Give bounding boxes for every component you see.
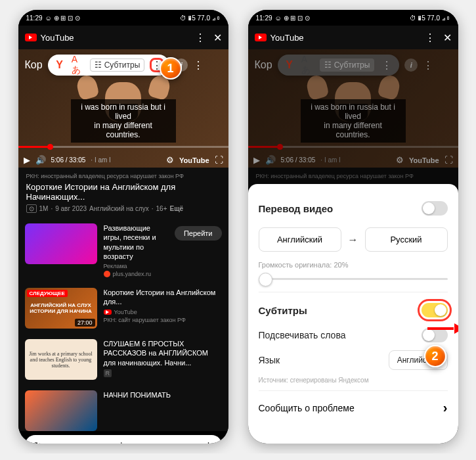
play-icon[interactable]: ▶ xyxy=(253,155,260,165)
subtitles-button[interactable]: ☷Субтитры xyxy=(90,58,145,72)
player-more-icon[interactable]: ⋮ xyxy=(193,59,204,72)
feed-thumbnail: АНГЛИЙСКИЙ НА СЛУХ ИСТОРИИ ДЛЯ НАЧИНАСЛЕ… xyxy=(25,288,97,329)
rkn-warning: РКН: иностранный владелец ресурса наруша… xyxy=(256,173,450,179)
feed-goto-button[interactable]: Перейти xyxy=(175,226,222,241)
status-time: 11:29 xyxy=(256,14,272,22)
play-icon[interactable]: ▶ xyxy=(24,155,30,165)
chevron-right-icon: › xyxy=(443,400,448,415)
feed-ad-label: Реклама xyxy=(104,263,168,269)
rutube-icon: R xyxy=(104,369,112,377)
yandex-y-icon[interactable]: Y xyxy=(53,58,66,72)
video-subtitle-overlay: i was born in russia but i lived in many… xyxy=(71,99,176,143)
header-more-icon[interactable]: ⋮ xyxy=(425,32,435,44)
lang-from-select[interactable]: Английский xyxy=(259,227,341,252)
youtube-watermark[interactable]: YouTube xyxy=(179,156,209,164)
subtitle-source-note: Источник: сгенерированы Яндексом xyxy=(259,374,448,384)
video-player[interactable]: Кор Y Aあ ☷Субтитры ⋮ i ⋮ i was born in r… xyxy=(18,49,228,168)
feed-title: Развивающие игры, песенки и мультики по … xyxy=(104,223,168,261)
feed-source: plus.yandex.ru xyxy=(113,271,152,277)
status-bar: 11:29☺ ⊕ ⊞ ⊡ ⊙ ⏱ �5 77.0 ⊿ ▯ xyxy=(18,10,228,26)
yandex-y-icon[interactable]: Y xyxy=(283,58,296,72)
translate-aa-icon[interactable]: Aあ xyxy=(301,58,314,72)
reload-icon[interactable]: ↻ xyxy=(34,440,41,444)
youtube-brand-text: YouTube xyxy=(41,33,74,43)
divider xyxy=(259,292,448,292)
settings-gear-icon[interactable]: ⚙ xyxy=(166,155,174,165)
header-close-icon[interactable]: ✕ xyxy=(443,32,452,44)
status-icons-right: ⏱ �5 77.0 ⊿ ▯ xyxy=(180,14,220,22)
meta-age-text: 16+ xyxy=(156,205,167,212)
volume-icon[interactable]: 🔊 xyxy=(35,155,46,165)
feed-item[interactable]: Jim works at a primary school and teache… xyxy=(18,334,228,385)
feed-item[interactable]: НАЧНИ ПОНИМАТЬ xyxy=(18,385,228,431)
video-title-partial: Кор xyxy=(25,59,43,71)
phone-left: 11:29☺ ⊕ ⊞ ⊡ ⊙ ⏱ �5 77.0 ⊿ ▯ YouTube ⋮✕ … xyxy=(18,10,228,444)
duration-badge: 27:00 xyxy=(75,319,95,327)
yandex-toolbar: Y Aあ ☷Субтитры ⋮ xyxy=(278,55,400,76)
original-volume-label: Громкость оригинала: 20% xyxy=(259,261,448,269)
status-icons-left: ☺ ⊕ ⊞ ⊡ ⊙ xyxy=(45,14,80,22)
cc-icon: ☷ xyxy=(95,60,102,70)
feed-title: СЛУШАЕМ 6 ПРОСТЫХ РАССКАЗОВ на АНГЛИЙСКО… xyxy=(104,339,222,367)
subtitle-line-2: in many different countries. xyxy=(307,121,399,139)
highlight-words-label: Подсвечивать слова xyxy=(259,330,346,340)
meta-channel[interactable]: Английский на слух xyxy=(89,205,149,212)
feed-thumbnail xyxy=(25,390,97,431)
feed-source: YouTube xyxy=(114,309,137,315)
toolbar-more-button[interactable]: ⋮ xyxy=(379,58,394,72)
feed-thumbnail: Jim works at a primary school and teache… xyxy=(25,339,97,380)
translate-video-toggle[interactable] xyxy=(422,201,448,216)
omnibox-more-icon[interactable]: ⋮ xyxy=(204,440,213,444)
header-more-icon[interactable]: ⋮ xyxy=(195,32,206,44)
youtube-brand-text: YouTube xyxy=(270,33,304,43)
next-badge: СЛЕДУЮЩЕЕ xyxy=(27,290,68,297)
language-selector-row: Английский → Русский xyxy=(259,227,448,252)
video-title-partial: Кор xyxy=(255,59,272,71)
info-icon[interactable]: i xyxy=(404,58,418,72)
video-progress-bar[interactable] xyxy=(18,146,228,148)
youtube-header: YouTube ⋮✕ xyxy=(18,26,228,49)
video-progress-bar[interactable] xyxy=(248,146,458,148)
lang-to-select[interactable]: Русский xyxy=(365,227,448,252)
feed-title: Короткие Истории на Английском для... xyxy=(104,288,222,307)
subtitles-toggle[interactable] xyxy=(422,303,448,317)
fullscreen-icon[interactable]: ⛶ xyxy=(215,155,223,165)
youtube-logo[interactable]: YouTube xyxy=(25,33,74,43)
subtitle-line-1: i was born in russia but i lived xyxy=(77,103,169,121)
feed-title: НАЧНИ ПОНИМАТЬ xyxy=(104,390,222,400)
report-problem-row[interactable]: Сообщить о проблеме › xyxy=(259,390,448,415)
header-close-icon[interactable]: ✕ xyxy=(213,32,222,44)
video-live-text: · I am I xyxy=(91,156,111,164)
meta-date: 9 авг 2023 xyxy=(55,205,87,212)
youtube-play-icon xyxy=(25,34,37,41)
feed-item-ad[interactable]: Развивающие игры, песенки и мультики по … xyxy=(18,218,228,283)
video-time: 5:06 / 33:05 xyxy=(281,156,316,164)
youtube-logo[interactable]: YouTube xyxy=(255,33,304,43)
feed-item[interactable]: АНГЛИЙСКИЙ НА СЛУХ ИСТОРИИ ДЛЯ НАЧИНАСЛЕ… xyxy=(18,283,228,334)
original-volume-slider[interactable] xyxy=(259,278,448,280)
translate-aa-icon[interactable]: Aあ xyxy=(72,58,85,72)
volume-icon[interactable]: 🔊 xyxy=(265,155,276,165)
video-metadata: РКН: иностранный владелец ресурса наруша… xyxy=(18,168,228,218)
video-player[interactable]: Кор Y Aあ ☷Субтитры ⋮ i ⋮ i was born in r… xyxy=(248,49,458,168)
feed-thumbnail xyxy=(25,223,97,264)
annotation-arrow xyxy=(427,325,458,332)
browser-omnibox[interactable]: ↻ yandex.ru ⋮ xyxy=(25,435,222,444)
annotation-badge-1: 1 xyxy=(160,57,182,80)
video-title[interactable]: Короткие Истории на Английском для Начин… xyxy=(26,182,221,202)
player-more-icon[interactable]: ⋮ xyxy=(423,59,433,72)
arrow-right-icon: → xyxy=(348,234,358,246)
settings-gear-icon[interactable]: ⚙ xyxy=(396,155,404,165)
youtube-watermark[interactable]: YouTube xyxy=(409,156,439,164)
cc-icon: ☷ xyxy=(324,60,332,70)
yandex-toolbar: Y Aあ ☷Субтитры ⋮ xyxy=(48,55,170,76)
subtitles-button[interactable]: ☷Субтитры xyxy=(320,58,375,72)
video-feed[interactable]: Развивающие игры, песенки и мультики по … xyxy=(18,218,228,431)
meta-views: 1M xyxy=(39,205,49,212)
feed-warning: РКН: сайт нарушает закон РФ xyxy=(104,317,222,323)
status-icons-right: ⏱ �5 77.0 ⊿ ▯ xyxy=(410,14,450,22)
meta-more[interactable]: Ещё xyxy=(169,205,183,212)
meta-age: ⊙ xyxy=(26,204,37,213)
rkn-warning: РКН: иностранный владелец ресурса наруша… xyxy=(26,173,221,179)
fullscreen-icon[interactable]: ⛶ xyxy=(444,155,453,165)
